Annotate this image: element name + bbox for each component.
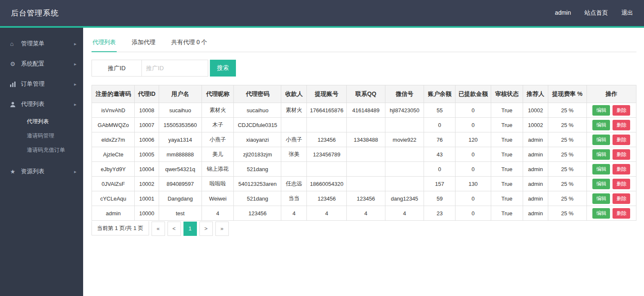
delete-button[interactable]: 删除 (613, 105, 630, 116)
table-row: admin10000test41234564444230Trueadmin25 … (92, 206, 636, 221)
table-cell: 157 (424, 177, 456, 191)
table-cell: 18660054320 (307, 177, 347, 191)
sidebar-item-label: 资源列表 (21, 168, 74, 175)
table-cell: 小燕子 (281, 132, 307, 147)
table-cell: True (491, 206, 523, 221)
edit-button[interactable]: 编辑 (592, 120, 610, 130)
search-field-label: 推广ID (92, 60, 142, 77)
table-cell: 521dang (234, 162, 281, 177)
table-cell (385, 177, 424, 191)
nav-site-home[interactable]: 站点首页 (584, 9, 608, 17)
chevron-right-icon: ▸ (74, 41, 76, 47)
table-cell: 0 (456, 118, 491, 132)
table-cell: Dangdang (159, 191, 202, 206)
delete-button[interactable]: 删除 (613, 193, 630, 204)
table-cell: 25 % (548, 132, 586, 147)
edit-button[interactable]: 编辑 (592, 193, 610, 204)
page-last[interactable]: » (215, 222, 229, 236)
table-cell: 123456789 (307, 147, 347, 162)
table-cell: 4 (385, 206, 424, 221)
column-header: 注册的邀请码 (92, 85, 135, 103)
table-row: cYCLeAqu10001DangdangWeiwei521dang当当1234… (92, 191, 636, 206)
table-cell: True (491, 147, 523, 162)
table-cell: admin (523, 147, 548, 162)
tab-agent-count: 共有代理 0 个 (170, 34, 208, 52)
table-cell: CDJCDfule0315 (234, 118, 281, 132)
sidebar-subitem[interactable]: 代理列表 (0, 114, 83, 129)
table-cell: 123456 (346, 191, 385, 206)
sidebar-item-admin-menu[interactable]: ⌂管理菜单▸ (0, 34, 83, 54)
actions-cell: 编辑删除 (586, 118, 636, 132)
table-cell: 4 (202, 206, 234, 221)
table-cell: 10000 (135, 206, 159, 221)
sidebar-item-label: 订单管理 (21, 80, 74, 88)
tab-add-agent[interactable]: 添加代理 (131, 34, 156, 52)
navbar-links: admin 站点首页 退出 (555, 9, 633, 17)
table-cell: 25 % (548, 206, 586, 221)
nav-admin-user[interactable]: admin (555, 9, 571, 17)
table-cell: 25 % (548, 118, 586, 132)
column-header: 代理昵称 (202, 85, 234, 103)
table-row: AjzleCte10005mm888888美儿zjl20183zjm张美1234… (92, 147, 636, 162)
table-cell: True (491, 103, 523, 118)
table-cell: 当当 (281, 191, 307, 206)
chevron-right-icon: ▸ (74, 102, 76, 107)
table-cell: 10006 (135, 132, 159, 147)
edit-button[interactable]: 编辑 (592, 179, 610, 189)
tab-agent-list[interactable]: 代理列表 (92, 34, 117, 52)
table-header-row: 注册的邀请码代理ID用户名代理昵称代理密码收款人提现账号联系QQ微信号账户余额已… (92, 85, 636, 103)
delete-button[interactable]: 删除 (613, 179, 630, 189)
search-button[interactable]: 搜索 (210, 60, 236, 77)
actions-cell: 编辑删除 (586, 132, 636, 147)
table-cell: 0 (456, 103, 491, 118)
sidebar-item-order-management[interactable]: 订单管理▸ (0, 74, 83, 94)
edit-button[interactable]: 编辑 (592, 149, 610, 160)
table-cell: 10005 (135, 147, 159, 162)
delete-button[interactable]: 删除 (613, 208, 630, 219)
column-header: 微信号 (385, 85, 424, 103)
table-cell: 0 (424, 162, 456, 177)
bar-chart-icon (10, 82, 19, 87)
table-cell: AjzleCte (92, 147, 135, 162)
sidebar-subitem[interactable]: 邀请码管理 (0, 129, 83, 143)
table-cell: 4 (307, 206, 347, 221)
table-cell: mm888888 (159, 147, 202, 162)
table-cell (385, 147, 424, 162)
delete-button[interactable]: 删除 (613, 149, 630, 160)
table-cell: 25 % (548, 147, 586, 162)
table-cell: admin (523, 162, 548, 177)
column-header: 提现费率 % (548, 85, 586, 103)
column-header: 提现账号 (307, 85, 347, 103)
table-cell: 894089597 (159, 177, 202, 191)
table-cell: 木子 (202, 118, 234, 132)
delete-button[interactable]: 删除 (613, 135, 630, 145)
sidebar-item-agent-list[interactable]: 代理列表▸ (0, 94, 83, 114)
table-cell: 啦啦啦 (202, 177, 234, 191)
table-cell: zjl20183zjm (234, 147, 281, 162)
edit-button[interactable]: 编辑 (592, 164, 610, 174)
table-cell: 0 (456, 147, 491, 162)
table-cell (346, 177, 385, 191)
delete-button[interactable]: 删除 (613, 120, 630, 130)
table-body: isVnvAhD10008sucaihuo素材火sucaihuo素材火17664… (92, 103, 636, 221)
table-cell (346, 147, 385, 162)
table-cell: eldxZz7m (92, 132, 135, 147)
table-cell: admin (523, 177, 548, 191)
search-input[interactable] (142, 60, 208, 77)
page-next[interactable]: > (199, 222, 213, 236)
sidebar-subitem[interactable]: 邀请码充值订单 (0, 143, 83, 157)
page-prev[interactable]: < (168, 222, 181, 236)
sidebar-item-resource-list[interactable]: ★资源列表▸ (0, 161, 83, 182)
delete-button[interactable]: 删除 (613, 164, 630, 174)
edit-button[interactable]: 编辑 (592, 208, 610, 219)
edit-button[interactable]: 编辑 (592, 135, 610, 145)
sidebar-item-system-config[interactable]: ⚙系统配置▸ (0, 54, 83, 74)
table-cell (346, 162, 385, 177)
table-cell: 25 % (548, 177, 586, 191)
table-cell: 23 (424, 206, 456, 221)
edit-button[interactable]: 编辑 (592, 105, 610, 116)
page-page-1[interactable]: 1 (183, 222, 197, 236)
table-cell: True (491, 191, 523, 206)
page-first[interactable]: « (152, 222, 165, 236)
nav-logout[interactable]: 退出 (621, 9, 633, 17)
